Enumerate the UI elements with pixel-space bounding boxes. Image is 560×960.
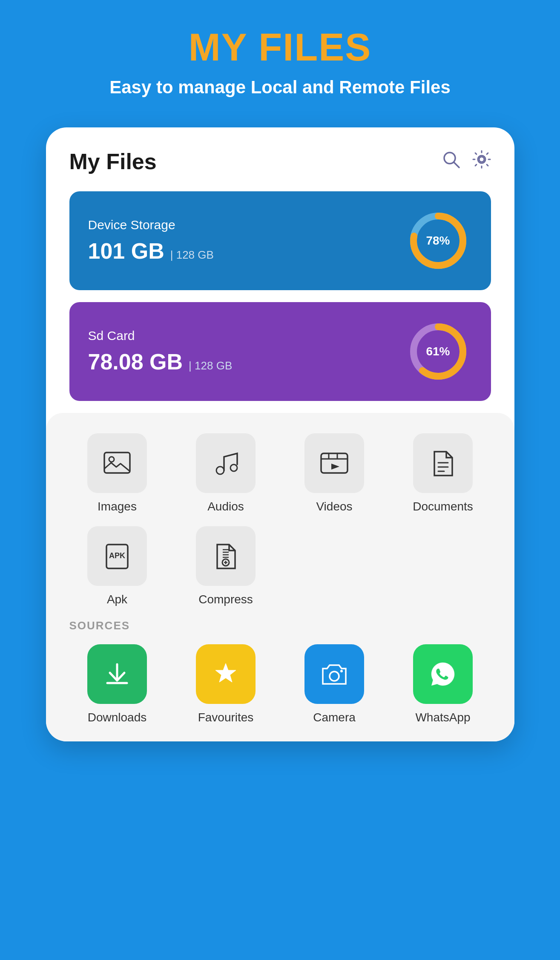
svg-marker-30 [215,663,236,682]
sources-grid: Downloads Favourites C [69,644,491,724]
source-whatsapp[interactable]: WhatsApp [395,644,491,724]
camera-label: Camera [313,711,356,724]
videos-label: Videos [316,500,352,513]
svg-rect-8 [104,453,130,473]
sdcard-storage-card[interactable]: Sd Card 78.08 GB | 128 GB 61% [69,302,491,401]
category-images[interactable]: Images [69,433,165,513]
downloads-label: Downloads [88,711,147,724]
sdcard-storage-info: Sd Card 78.08 GB | 128 GB [88,329,233,375]
favourites-icon-box [196,644,256,704]
sdcard-storage-donut: 61% [404,317,472,386]
sdcard-storage-label: Sd Card [88,329,233,343]
device-storage-percent: 78% [426,234,450,248]
device-storage-donut: 78% [404,207,472,275]
downloads-icon-box [87,644,147,704]
svg-point-11 [230,464,237,471]
category-compress[interactable]: Compress [178,526,274,606]
videos-icon-box [304,433,364,493]
svg-point-31 [330,672,339,681]
svg-marker-16 [331,464,339,470]
svg-point-2 [479,157,484,162]
camera-icon-box [304,644,364,704]
search-icon[interactable] [442,150,460,173]
svg-text:APK: APK [109,551,125,560]
bottom-section: Images Audios [46,413,514,741]
source-downloads[interactable]: Downloads [69,644,165,724]
category-grid-row2: APK Apk [69,526,491,606]
device-storage-size: 101 GB | 128 GB [88,238,214,264]
page-title: MY FILES [189,26,371,69]
phone-header: My Files [69,149,491,174]
svg-rect-12 [321,453,347,473]
compress-label: Compress [198,593,253,606]
device-storage-card[interactable]: Device Storage 101 GB | 128 GB 78% [69,191,491,290]
compress-icon-box [196,526,256,586]
images-icon-box [87,433,147,493]
page-subtitle: Easy to manage Local and Remote Files [109,77,451,98]
sources-label: SOURCES [69,619,491,632]
documents-icon-box [413,433,473,493]
images-label: Images [98,500,137,513]
svg-point-9 [109,457,114,462]
apk-label: Apk [107,593,127,606]
source-camera[interactable]: Camera [287,644,382,724]
audios-icon-box [196,433,256,493]
category-grid-row1: Images Audios [69,433,491,513]
category-audios[interactable]: Audios [178,433,274,513]
svg-point-32 [340,670,343,672]
favourites-label: Favourites [198,711,254,724]
device-storage-info: Device Storage 101 GB | 128 GB [88,218,214,264]
phone-card: My Files Device Storage 101 GB [46,127,514,741]
header-icons [442,150,491,173]
category-videos[interactable]: Videos [287,433,382,513]
source-favourites[interactable]: Favourites [178,644,274,724]
svg-line-1 [454,162,459,167]
audios-label: Audios [207,500,244,513]
settings-icon[interactable] [472,150,491,173]
sdcard-storage-size: 78.08 GB | 128 GB [88,349,233,375]
whatsapp-icon-box [413,644,473,704]
category-apk[interactable]: APK Apk [69,526,165,606]
svg-point-10 [216,467,224,474]
device-storage-label: Device Storage [88,218,214,232]
category-documents[interactable]: Documents [395,433,491,513]
phone-title: My Files [69,149,157,174]
sdcard-storage-percent: 61% [426,345,450,358]
whatsapp-label: WhatsApp [415,711,470,724]
apk-icon-box: APK [87,526,147,586]
documents-label: Documents [413,500,473,513]
